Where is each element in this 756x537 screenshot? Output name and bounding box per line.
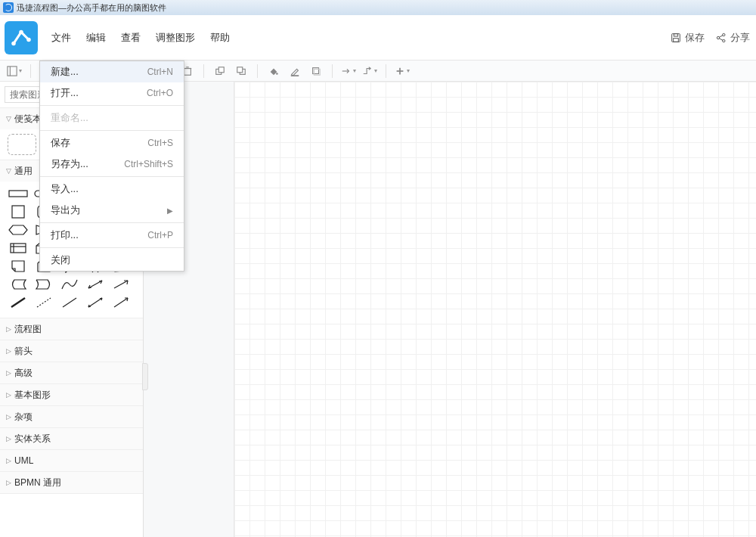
toolbar-divider (257, 64, 258, 78)
to-front-button[interactable] (212, 63, 228, 79)
sticky-note-shape[interactable] (8, 134, 36, 155)
menu-view[interactable]: 查看 (115, 28, 147, 48)
shape-internal-storage[interactable] (8, 241, 29, 256)
canvas-area[interactable] (144, 82, 756, 537)
menu-separator (40, 176, 184, 177)
shape-data-left[interactable] (8, 277, 29, 292)
section-arrow: ▷箭头 (0, 340, 143, 362)
svg-rect-11 (184, 68, 191, 75)
save-label: 保存 (685, 31, 705, 45)
svg-rect-5 (674, 38, 679, 42)
section-basic: ▷基本图形 (0, 384, 143, 406)
menu-item-print[interactable]: 打印...Ctrl+P (40, 225, 184, 246)
shape-line[interactable] (59, 295, 80, 310)
section-misc: ▷杂项 (0, 406, 143, 428)
svg-line-48 (11, 298, 25, 307)
section-uml-header[interactable]: ▷UML (0, 450, 143, 471)
section-er: ▷实体关系 (0, 428, 143, 450)
header-actions: 保存 分享 (670, 31, 750, 45)
menu-file[interactable]: 文件 (45, 28, 77, 48)
shape-line-dashed[interactable] (33, 295, 54, 310)
menu-item-import[interactable]: 导入... (40, 178, 184, 200)
svg-rect-4 (674, 33, 677, 36)
waypoint-button[interactable] (361, 63, 378, 79)
svg-rect-17 (237, 67, 243, 72)
menu-separator (40, 247, 184, 248)
menu-item-rename: 重命名... (40, 107, 184, 129)
svg-point-8 (723, 39, 725, 42)
section-basic-header[interactable]: ▷基本图形 (0, 384, 143, 405)
share-button[interactable]: 分享 (715, 31, 750, 45)
menu-separator (40, 130, 184, 131)
menubar: 文件 编辑 查看 调整图形 帮助 (45, 28, 670, 48)
file-menu-dropdown: 新建...Ctrl+N 打开...Ctrl+O 重命名... 保存Ctrl+S … (39, 61, 184, 272)
section-advanced: ▷高级 (0, 362, 143, 384)
svg-line-47 (114, 281, 128, 288)
section-uml: ▷UML (0, 450, 143, 472)
shape-bidir-arrow[interactable] (85, 277, 106, 292)
menu-item-new[interactable]: 新建...Ctrl+N (40, 61, 184, 82)
svg-rect-9 (8, 66, 17, 75)
app-header: 文件 编辑 查看 调整图形 帮助 保存 分享 (0, 15, 756, 61)
shape-rect-narrow[interactable] (8, 186, 29, 201)
window-title: 迅捷流程图—办公高手都在用的脑图软件 (17, 2, 166, 14)
shape-data-right[interactable] (33, 277, 54, 292)
shape-note[interactable] (8, 259, 29, 274)
fill-color-button[interactable] (265, 63, 282, 79)
section-er-header[interactable]: ▷实体关系 (0, 428, 143, 449)
insert-button[interactable] (394, 63, 411, 79)
svg-line-50 (63, 298, 76, 307)
svg-point-1 (19, 29, 23, 34)
window-titlebar: 迅捷流程图—办公高手都在用的脑图软件 (0, 0, 756, 15)
menu-item-save[interactable]: 保存Ctrl+S (40, 132, 184, 154)
svg-point-6 (717, 36, 719, 39)
connector-button[interactable] (340, 63, 357, 79)
section-flowchart: ▷流程图 (0, 318, 143, 340)
canvas-grid[interactable] (234, 82, 756, 537)
toolbar-divider (203, 64, 204, 78)
menu-item-open[interactable]: 打开...Ctrl+O (40, 82, 184, 104)
shape-line-bidir[interactable] (85, 295, 106, 310)
section-bpmn: ▷BPMN 通用 (0, 472, 143, 494)
svg-rect-25 (9, 191, 27, 197)
sidebar-collapse-handle[interactable] (142, 363, 148, 390)
to-back-button[interactable] (233, 63, 249, 79)
section-misc-header[interactable]: ▷杂项 (0, 406, 143, 427)
svg-point-0 (11, 41, 16, 45)
shape-curve[interactable] (59, 277, 80, 292)
svg-point-7 (723, 33, 725, 36)
app-icon (3, 2, 14, 13)
menu-edit[interactable]: 编辑 (80, 28, 112, 48)
svg-rect-33 (12, 206, 24, 218)
menu-item-export[interactable]: 导出为▶ (40, 200, 184, 221)
menu-shape[interactable]: 调整图形 (150, 28, 201, 48)
svg-rect-37 (11, 244, 26, 253)
menu-item-close[interactable]: 关闭 (40, 250, 184, 271)
save-button[interactable]: 保存 (670, 31, 705, 45)
svg-line-49 (37, 298, 51, 307)
section-bpmn-header[interactable]: ▷BPMN 通用 (0, 472, 143, 493)
toolbar-divider (332, 64, 333, 78)
shadow-button[interactable] (308, 63, 324, 79)
view-mode-button[interactable] (6, 63, 23, 79)
line-color-button[interactable] (287, 63, 303, 79)
section-arrow-header[interactable]: ▷箭头 (0, 340, 143, 362)
section-flowchart-header[interactable]: ▷流程图 (0, 318, 143, 340)
svg-rect-15 (218, 67, 224, 72)
toolbar-divider (30, 64, 31, 78)
shape-line-arrow[interactable] (110, 295, 132, 310)
app-logo (5, 21, 38, 54)
shape-arrow[interactable] (110, 277, 132, 292)
shape-line-thick[interactable] (8, 295, 29, 310)
menu-item-saveas[interactable]: 另存为...Ctrl+Shift+S (40, 154, 184, 175)
shape-hexagon[interactable] (8, 222, 29, 237)
menu-help[interactable]: 帮助 (204, 28, 236, 48)
shape-square[interactable] (8, 204, 29, 219)
toolbar-divider (386, 64, 386, 78)
share-label: 分享 (730, 31, 750, 45)
svg-point-2 (26, 37, 31, 42)
section-advanced-header[interactable]: ▷高级 (0, 362, 143, 383)
svg-line-51 (88, 298, 102, 307)
menu-separator (40, 222, 184, 223)
svg-line-46 (88, 281, 102, 288)
